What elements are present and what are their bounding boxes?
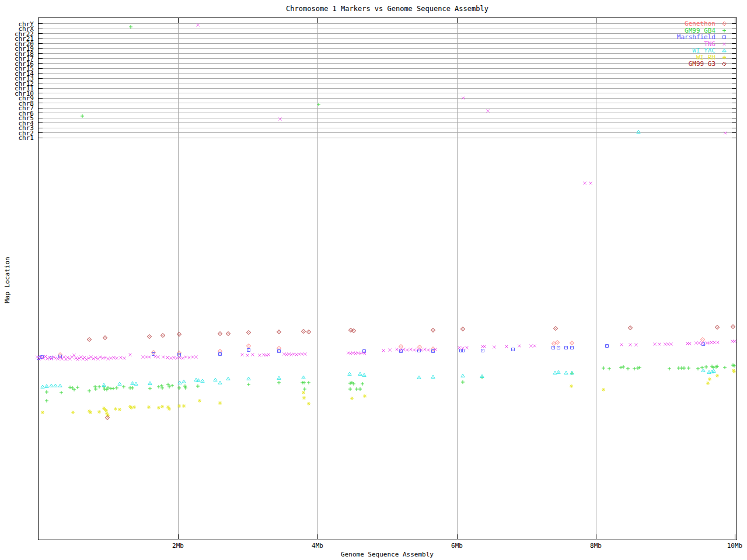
x-tick-label-8Mb: 8Mb bbox=[583, 542, 609, 550]
series-points-marshfield bbox=[37, 343, 705, 360]
x-tick-label-4Mb: 4Mb bbox=[305, 542, 330, 550]
series-points-wi-rh bbox=[41, 369, 736, 417]
series-points-wi-yac bbox=[41, 130, 715, 388]
x-icon bbox=[715, 41, 733, 47]
legend-row-wi-rh: WI RH bbox=[640, 54, 733, 61]
legend-row-tng: TNG bbox=[640, 41, 733, 48]
square-dot-icon bbox=[715, 34, 733, 40]
plus-icon bbox=[715, 27, 733, 34]
diamond-dot-icon bbox=[715, 61, 733, 67]
chrom-label-chr1: chr1 bbox=[0, 135, 34, 141]
chart-canvas: Chromosome 1 Markers vs Genome Sequence … bbox=[0, 0, 747, 560]
asterisk-icon bbox=[715, 54, 733, 61]
series-points-gm99-gb4 bbox=[45, 25, 736, 402]
series-points-tng bbox=[36, 24, 736, 361]
series-point-dots-marshfield bbox=[38, 344, 703, 358]
plot-area bbox=[0, 0, 747, 560]
legend-row-marshfield: Marshfield bbox=[640, 34, 733, 41]
series-point-dots-gm99-g3 bbox=[89, 326, 733, 418]
x-tick-label-10Mb: 10Mb bbox=[722, 542, 747, 550]
legend-row-gm99-g3: GM99 G3 bbox=[640, 61, 733, 68]
triangle-icon bbox=[715, 47, 733, 54]
legend: GenethonGM99 GB4MarshfieldTNGWI YACWI RH… bbox=[640, 20, 733, 68]
legend-label: GM99 G3 bbox=[689, 60, 715, 68]
plot-border bbox=[39, 18, 737, 540]
diamond-dot-icon bbox=[715, 20, 733, 27]
x-tick-label-2Mb: 2Mb bbox=[165, 542, 191, 550]
x-tick-label-6Mb: 6Mb bbox=[444, 542, 470, 550]
legend-row-wi-yac: WI YAC bbox=[640, 47, 733, 54]
series-point-dots-wi-yac bbox=[42, 132, 714, 387]
